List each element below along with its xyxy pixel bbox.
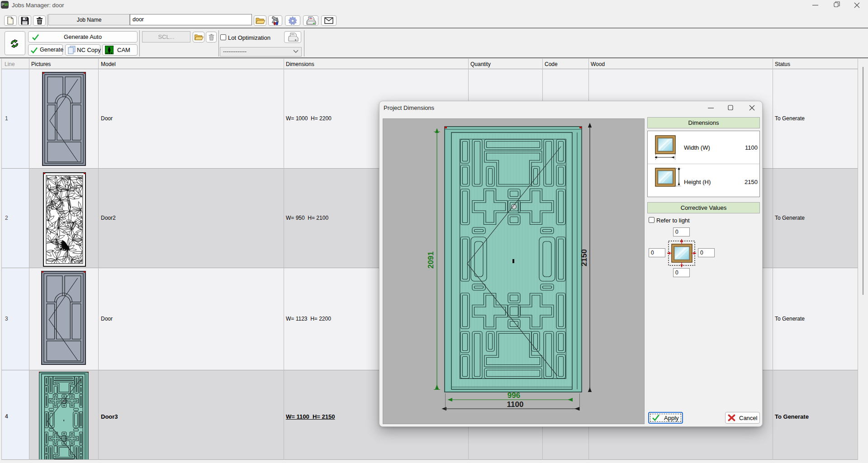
svg-text:1100: 1100 bbox=[507, 400, 524, 409]
svg-text:996: 996 bbox=[508, 391, 520, 400]
svg-text:2091: 2091 bbox=[427, 251, 435, 269]
svg-text:2150: 2150 bbox=[580, 249, 588, 266]
